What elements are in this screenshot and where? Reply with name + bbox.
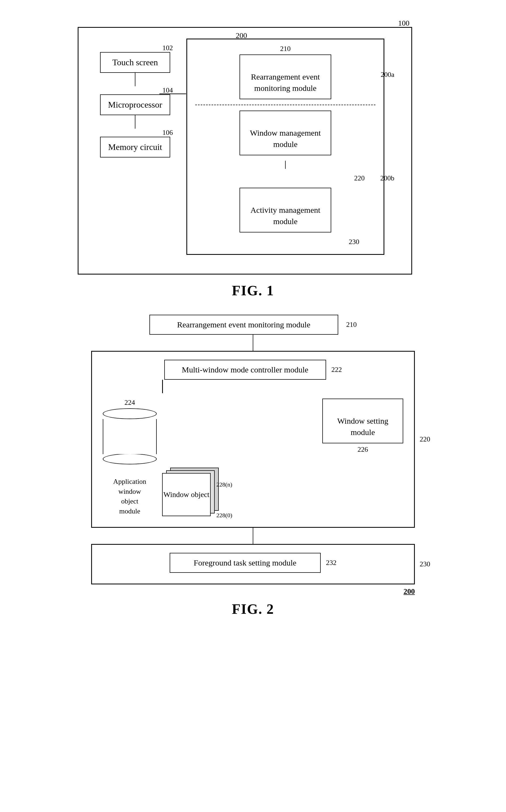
fig2-outer-230: 230 Foreground task setting module 232 (91, 544, 415, 584)
fig2-rearrangement-box: Rearrangement event monitoring module (150, 315, 338, 335)
fig2-top-row: Rearrangement event monitoring module 21… (150, 315, 357, 335)
fig2-num-226: 226 (358, 446, 368, 454)
fig1-num-104: 104 (162, 86, 173, 94)
activity-management-label: Activity management module (250, 205, 320, 226)
memory-circuit-box: Memory circuit (100, 137, 170, 158)
touch-screen-box: Touch screen (100, 52, 170, 73)
fig1-num-100: 100 (398, 19, 409, 27)
fig2-connector-1 (253, 335, 254, 351)
fig2-window-setting-group: Window setting module 226 (322, 398, 403, 454)
activity-management-box: Activity management module (240, 188, 331, 233)
fig2-connector-2 (162, 380, 163, 393)
fig1-num-200b: 200b (380, 174, 394, 182)
fig1-title: FIG. 1 (78, 283, 428, 298)
fig2-num-210: 210 (346, 321, 357, 329)
fig2-num-230: 230 (420, 560, 430, 568)
fig2-num-222: 222 (332, 366, 342, 374)
fig2-left-group: 224 Application window object module (103, 398, 210, 516)
fig2-num-228-0: 228(0) (216, 512, 232, 519)
fig1-left-column: 102 Touch screen 104 Microprocessor 106 (84, 33, 176, 158)
fig2-diagram: Rearrangement event monitoring module 21… (83, 315, 423, 617)
fig2-num-224: 224 (124, 398, 135, 407)
touch-screen-label: Touch screen (112, 58, 158, 67)
fig1-region-200a: 210 Rearrangement event monitoring modul… (195, 45, 375, 105)
fig2-cylinder (103, 408, 157, 464)
fig2-foreground-label: Foreground task setting module (194, 558, 297, 567)
fig2-foreground-row: Foreground task setting module 232 (103, 553, 403, 573)
fig1-num-210: 210 (280, 45, 291, 53)
fig2-multiwindow-box: Multi-window mode controller module (164, 360, 326, 380)
fig2-multiwindow-label: Multi-window mode controller module (182, 365, 308, 374)
fig2-num-232: 232 (326, 559, 337, 567)
fig2-main-layout: Rearrangement event monitoring module 21… (83, 315, 423, 596)
fig1-num-220: 220 (354, 174, 365, 182)
fig1-num-106: 106 (162, 128, 173, 137)
fig2-num-228n: 228(n) (216, 481, 232, 488)
fig1-num-200a: 200a (381, 71, 394, 79)
fig2-window-stack: Window object 228(n) 228(0) (162, 473, 210, 516)
fig2-foreground-box: Foreground task setting module (170, 553, 321, 573)
fig2-num-220: 220 (420, 435, 430, 443)
fig2-200-label-row: 200 (91, 587, 415, 596)
fig1-num-200: 200 (236, 31, 247, 40)
fig2-bottom-row: 224 Application window object module (103, 398, 403, 516)
fig2-num-200: 200 (404, 587, 415, 596)
fig2-rearrangement-label: Rearrangement event monitoring module (177, 320, 310, 329)
fig1-diagram: 100 102 Touch screen 104 Microprocessor (78, 27, 428, 298)
fig2-app-window-label: Application window object module (103, 467, 157, 516)
fig2-title: FIG. 2 (83, 601, 423, 617)
fig1-region-200b: Window management module 220 Activity ma… (195, 110, 375, 246)
fig1-num-102: 102 (162, 44, 173, 52)
microprocessor-box: Microprocessor (100, 94, 170, 115)
fig2-multiwindow-row: Multi-window mode controller module 222 (103, 360, 403, 380)
window-management-label: Window management module (250, 128, 321, 149)
rearrangement-module-box: Rearrangement event monitoring module (240, 55, 331, 99)
fig1-num-230: 230 (349, 238, 359, 246)
fig2-connector-3 (253, 528, 254, 544)
fig2-outer-220: 220 Multi-window mode controller module … (91, 351, 415, 528)
microprocessor-label: Microprocessor (108, 100, 162, 109)
fig2-window-setting-label: Window setting module (337, 417, 389, 437)
fig2-window-setting-box: Window setting module (322, 398, 403, 443)
window-management-box: Window management module (240, 110, 331, 155)
memory-circuit-label: Memory circuit (108, 142, 162, 152)
fig2-cylinder-group: 224 Application window object module (103, 398, 157, 516)
rearrangement-module-label: Rearrangement event monitoring module (251, 72, 320, 92)
fig2-window-object-label: Window object (163, 490, 209, 499)
